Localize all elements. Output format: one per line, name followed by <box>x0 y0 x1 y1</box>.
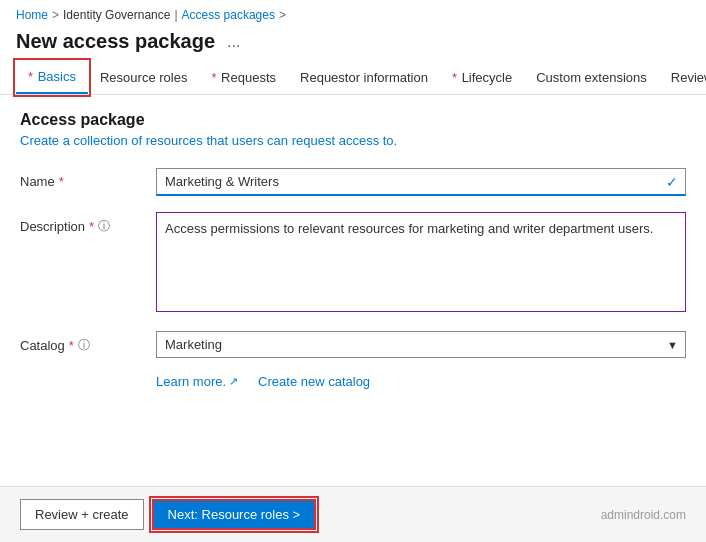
page-title: New access package <box>16 30 215 53</box>
catalog-field-wrapper: Marketing ▼ <box>156 331 686 358</box>
tab-lifecycle[interactable]: Lifecycle <box>440 62 524 93</box>
tabs-container: Basics Resource roles Requests Requestor… <box>0 61 706 95</box>
catalog-select[interactable]: Marketing <box>156 331 686 358</box>
description-info-icon[interactable]: ⓘ <box>98 218 110 235</box>
tab-review-create[interactable]: Review + create <box>659 62 706 93</box>
catalog-required-star: * <box>69 338 74 353</box>
breadcrumb-sep3: > <box>279 8 286 22</box>
breadcrumb-home[interactable]: Home <box>16 8 48 22</box>
breadcrumb-sep2: | <box>174 8 177 22</box>
catalog-row: Catalog * ⓘ Marketing ▼ <box>20 331 686 358</box>
watermark: admindroid.com <box>601 508 686 522</box>
breadcrumb: Home > Identity Governance | Access pack… <box>0 0 706 26</box>
name-check-icon: ✓ <box>666 174 678 190</box>
review-create-button[interactable]: Review + create <box>20 499 144 530</box>
external-link-icon: ↗ <box>229 375 238 388</box>
name-field-wrapper: ✓ <box>156 168 686 196</box>
catalog-label: Catalog * ⓘ <box>20 331 140 354</box>
description-field-wrapper: Access permissions to relevant resources… <box>156 212 686 315</box>
learn-more-link[interactable]: Learn more. ↗ <box>156 374 238 389</box>
catalog-select-wrapper: Marketing ▼ <box>156 331 686 358</box>
breadcrumb-sep1: > <box>52 8 59 22</box>
breadcrumb-identity-governance[interactable]: Identity Governance <box>63 8 170 22</box>
section-subtitle: Create a collection of resources that us… <box>20 133 686 148</box>
tab-requestor-information[interactable]: Requestor information <box>288 62 440 93</box>
description-label: Description * ⓘ <box>20 212 140 235</box>
name-required-star: * <box>59 174 64 189</box>
links-row: Learn more. ↗ Create new catalog <box>20 374 686 389</box>
tab-custom-extensions[interactable]: Custom extensions <box>524 62 659 93</box>
footer-left: Review + create Next: Resource roles > <box>20 499 316 530</box>
name-row: Name * ✓ <box>20 168 686 196</box>
tab-basics[interactable]: Basics <box>16 61 88 94</box>
next-resource-roles-button[interactable]: Next: Resource roles > <box>152 499 317 530</box>
catalog-info-icon[interactable]: ⓘ <box>78 337 90 354</box>
page-header: New access package ... <box>0 26 706 61</box>
tab-resource-roles[interactable]: Resource roles <box>88 62 199 93</box>
create-catalog-link[interactable]: Create new catalog <box>258 374 370 389</box>
description-row: Description * ⓘ Access permissions to re… <box>20 212 686 315</box>
section-title: Access package <box>20 111 686 129</box>
description-textarea[interactable]: Access permissions to relevant resources… <box>156 212 686 312</box>
footer: Review + create Next: Resource roles > a… <box>0 486 706 542</box>
content-area: Access package Create a collection of re… <box>0 95 706 486</box>
name-input[interactable] <box>156 168 686 196</box>
description-required-star: * <box>89 219 94 234</box>
ellipsis-button[interactable]: ... <box>223 31 244 53</box>
breadcrumb-access-packages[interactable]: Access packages <box>182 8 275 22</box>
name-label: Name * <box>20 168 140 189</box>
tab-requests[interactable]: Requests <box>199 62 288 93</box>
